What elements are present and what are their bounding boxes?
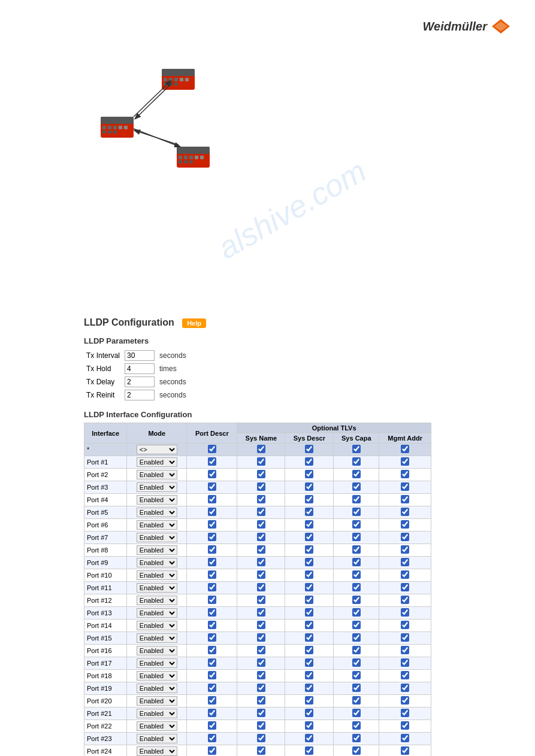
- port-mode-select-6[interactable]: Enabled Disabled: [137, 533, 177, 542]
- mgmt-addr-cell-3[interactable]: [379, 494, 431, 506]
- sys-descr-cell-11[interactable]: [285, 594, 334, 607]
- port-mode-select-13[interactable]: Enabled Disabled: [137, 621, 177, 630]
- cb-mgmt-addr-14[interactable]: [401, 633, 409, 642]
- mgmt-addr-cell-12[interactable]: [379, 607, 431, 620]
- sys-name-cell-18[interactable]: [237, 682, 285, 695]
- sys-name-cell-3[interactable]: [237, 494, 285, 506]
- sys-capa-cell-10[interactable]: [334, 582, 379, 594]
- cb-sys-name-4[interactable]: [257, 508, 265, 516]
- cb-sys-descr-12[interactable]: [305, 608, 313, 617]
- sys-descr-cell-20[interactable]: [285, 708, 334, 720]
- port-descr-cell-5[interactable]: [187, 519, 237, 532]
- cb-sys-descr-1[interactable]: [305, 470, 313, 478]
- port-mode-select-20[interactable]: Enabled Disabled: [137, 709, 177, 718]
- port-mode-select-1[interactable]: Enabled Disabled: [137, 470, 177, 479]
- cb-sys-capa-0[interactable]: [352, 457, 361, 466]
- port-mode-select-11[interactable]: Enabled Disabled: [137, 596, 177, 605]
- port-mode-cell-3[interactable]: Enabled Disabled: [127, 494, 187, 506]
- mgmt-addr-cell-10[interactable]: [379, 582, 431, 594]
- port-mode-select-23[interactable]: Enabled Disabled: [137, 746, 177, 756]
- param-value-0[interactable]: [125, 350, 155, 361]
- wildcard-cb-port-descr[interactable]: [208, 445, 216, 453]
- sys-descr-cell-1[interactable]: [285, 469, 334, 481]
- port-mode-cell-15[interactable]: Enabled Disabled: [127, 645, 187, 657]
- port-mode-select-16[interactable]: Enabled Disabled: [137, 658, 177, 668]
- cb-sys-descr-10[interactable]: [305, 583, 313, 591]
- cb-sys-capa-22[interactable]: [352, 734, 361, 742]
- port-mode-cell-10[interactable]: Enabled Disabled: [127, 582, 187, 594]
- cb-mgmt-addr-16[interactable]: [401, 658, 409, 667]
- cb-sys-descr-0[interactable]: [305, 457, 313, 466]
- cb-sys-name-19[interactable]: [257, 696, 265, 705]
- param-input-0[interactable]: [122, 349, 157, 362]
- cb-port-descr-5[interactable]: [208, 520, 216, 529]
- cb-sys-name-10[interactable]: [257, 583, 265, 591]
- cb-sys-capa-23[interactable]: [352, 746, 361, 755]
- mgmt-addr-cell-0[interactable]: [379, 456, 431, 469]
- mgmt-addr-cell-7[interactable]: [379, 544, 431, 557]
- param-value-1[interactable]: [125, 363, 155, 374]
- cb-mgmt-addr-22[interactable]: [401, 734, 409, 742]
- cb-mgmt-addr-17[interactable]: [401, 671, 409, 679]
- cb-sys-descr-17[interactable]: [305, 671, 313, 679]
- mgmt-addr-cell-16[interactable]: [379, 657, 431, 670]
- cb-port-descr-1[interactable]: [208, 470, 216, 478]
- port-descr-cell-20[interactable]: [187, 708, 237, 720]
- cb-sys-descr-20[interactable]: [305, 709, 313, 717]
- cb-mgmt-addr-11[interactable]: [401, 596, 409, 604]
- port-mode-select-12[interactable]: Enabled Disabled: [137, 608, 177, 618]
- sys-descr-cell-17[interactable]: [285, 670, 334, 682]
- cb-sys-name-9[interactable]: [257, 570, 265, 579]
- port-descr-cell-13[interactable]: [187, 620, 237, 632]
- cb-sys-name-1[interactable]: [257, 470, 265, 478]
- sys-capa-cell-6[interactable]: [334, 532, 379, 544]
- help-button[interactable]: Help: [182, 318, 206, 328]
- wildcard-sys-capa[interactable]: [334, 444, 379, 456]
- port-mode-cell-19[interactable]: Enabled Disabled: [127, 695, 187, 708]
- sys-name-cell-20[interactable]: [237, 708, 285, 720]
- cb-mgmt-addr-1[interactable]: [401, 470, 409, 478]
- cb-port-descr-18[interactable]: [208, 684, 216, 692]
- cb-sys-descr-13[interactable]: [305, 621, 313, 629]
- port-mode-cell-6[interactable]: Enabled Disabled: [127, 532, 187, 544]
- wildcard-cb-sys-name[interactable]: [257, 445, 265, 453]
- cb-port-descr-14[interactable]: [208, 633, 216, 642]
- mgmt-addr-cell-22[interactable]: [379, 733, 431, 745]
- cb-mgmt-addr-12[interactable]: [401, 608, 409, 617]
- cb-port-descr-21[interactable]: [208, 721, 216, 730]
- cb-sys-descr-9[interactable]: [305, 570, 313, 579]
- port-descr-cell-15[interactable]: [187, 645, 237, 657]
- port-descr-cell-17[interactable]: [187, 670, 237, 682]
- cb-sys-descr-23[interactable]: [305, 746, 313, 755]
- sys-capa-cell-8[interactable]: [334, 557, 379, 569]
- mgmt-addr-cell-14[interactable]: [379, 632, 431, 645]
- port-mode-cell-8[interactable]: Enabled Disabled: [127, 557, 187, 569]
- cb-sys-name-18[interactable]: [257, 684, 265, 692]
- sys-capa-cell-7[interactable]: [334, 544, 379, 557]
- port-mode-select-19[interactable]: Enabled Disabled: [137, 696, 177, 706]
- port-mode-cell-11[interactable]: Enabled Disabled: [127, 594, 187, 607]
- mgmt-addr-cell-4[interactable]: [379, 506, 431, 519]
- cb-port-descr-7[interactable]: [208, 545, 216, 554]
- sys-name-cell-4[interactable]: [237, 506, 285, 519]
- cb-mgmt-addr-0[interactable]: [401, 457, 409, 466]
- sys-capa-cell-2[interactable]: [334, 481, 379, 494]
- sys-name-cell-1[interactable]: [237, 469, 285, 481]
- cb-sys-descr-7[interactable]: [305, 545, 313, 554]
- mgmt-addr-cell-5[interactable]: [379, 519, 431, 532]
- sys-descr-cell-6[interactable]: [285, 532, 334, 544]
- cb-sys-name-21[interactable]: [257, 721, 265, 730]
- cb-sys-name-15[interactable]: [257, 646, 265, 654]
- cb-sys-name-0[interactable]: [257, 457, 265, 466]
- sys-descr-cell-15[interactable]: [285, 645, 334, 657]
- port-mode-cell-4[interactable]: Enabled Disabled: [127, 506, 187, 519]
- wildcard-mode-select[interactable]: <> Enabled Disabled: [137, 445, 177, 454]
- sys-name-cell-14[interactable]: [237, 632, 285, 645]
- cb-sys-capa-21[interactable]: [352, 721, 361, 730]
- sys-capa-cell-0[interactable]: [334, 456, 379, 469]
- cb-sys-name-16[interactable]: [257, 658, 265, 667]
- sys-capa-cell-23[interactable]: [334, 745, 379, 757]
- cb-sys-name-12[interactable]: [257, 608, 265, 617]
- port-mode-cell-9[interactable]: Enabled Disabled: [127, 569, 187, 582]
- port-descr-cell-8[interactable]: [187, 557, 237, 569]
